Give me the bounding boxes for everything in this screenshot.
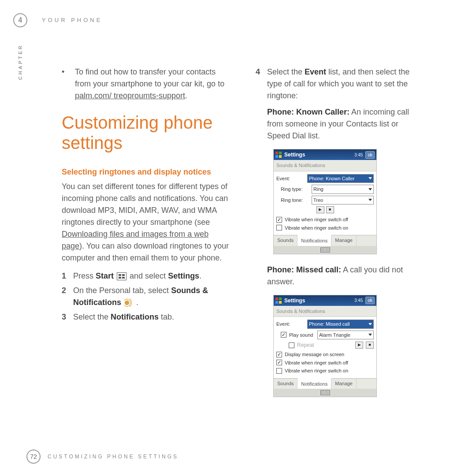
page-footer: 72 CUSTOMIZING PHONE SETTINGS: [26, 450, 178, 464]
step3-end: tab.: [159, 312, 174, 321]
event-label: Event:: [276, 320, 305, 328]
display-message-checkbox[interactable]: [276, 352, 282, 357]
repeat-checkbox[interactable]: [289, 342, 294, 348]
window-title: Settings: [284, 297, 305, 305]
step-number: 2: [62, 285, 73, 309]
status-time: 3:45: [354, 152, 363, 158]
ok-button[interactable]: ok: [365, 297, 375, 304]
step4-pre: Select the: [267, 67, 305, 76]
event-dropdown[interactable]: Phone: Missed call: [307, 320, 374, 329]
keyboard-icon[interactable]: [320, 390, 330, 395]
sounds-notifications-icon: [124, 299, 133, 307]
chapter-number-badge: 4: [13, 13, 27, 27]
play-button[interactable]: ▶: [355, 342, 363, 349]
tab-bar: Sounds Notifications Manage: [274, 235, 376, 246]
window-subtitle: Sounds & Notifications: [274, 160, 376, 171]
vibrate-off-label: Vibrate when ringer switch off: [285, 359, 348, 367]
bullet-text-pre: To find out how to transfer your contact…: [75, 67, 224, 88]
step3-notifications: Notifications: [111, 312, 159, 321]
tab-manage[interactable]: Manage: [331, 379, 357, 389]
sound-dropdown[interactable]: Alarm Triangle: [317, 331, 374, 340]
chapter-side-label: CHAPTER: [18, 44, 23, 80]
right-column: 4 Select the Event list, and then select…: [256, 66, 423, 407]
vibrate-off-checkbox[interactable]: [276, 360, 282, 365]
step-number: 4: [256, 66, 267, 102]
chevron-down-icon: [368, 177, 372, 179]
step1-end: .: [199, 271, 201, 280]
tab-bar: Sounds Notifications Manage: [274, 378, 376, 389]
window-titlebar: Settings 3:45 ok: [274, 295, 376, 306]
event-value: Phone: Known Caller: [309, 175, 354, 182]
screenshot-known-caller: Settings 3:45 ok Sounds & Notifications …: [273, 149, 377, 254]
section-heading: Customizing phone settings: [62, 112, 229, 153]
page-number-badge: 72: [26, 450, 41, 464]
ring-type-dropdown[interactable]: Ring: [312, 185, 374, 194]
numbered-steps: 1 Press Start and select Settings. 2 On …: [62, 270, 229, 323]
footer-section-label: CUSTOMIZING PHONE SETTINGS: [48, 454, 178, 460]
known-caller-desc: Phone: Known Caller: An incoming call fr…: [256, 106, 423, 142]
tab-notifications[interactable]: Notifications: [298, 378, 331, 389]
step4-event: Event: [305, 67, 326, 76]
chevron-down-icon: [368, 199, 372, 201]
intro-pre: You can set different tones for differen…: [62, 182, 228, 227]
tab-sounds[interactable]: Sounds: [274, 379, 298, 389]
step3-pre: Select the: [73, 312, 111, 321]
tab-sounds[interactable]: Sounds: [274, 235, 298, 246]
vibrate-on-label: Vibrate when ringer switch on: [285, 367, 348, 375]
windows-flag-icon: [275, 152, 282, 158]
play-sound-checkbox[interactable]: [281, 332, 286, 338]
ring-type-label: Ring type:: [281, 186, 309, 193]
step1-start: Start: [96, 271, 114, 280]
window-title: Settings: [284, 151, 305, 159]
repeat-label: Repeat: [297, 341, 314, 349]
step-number: 3: [62, 311, 73, 323]
bullet-dot: •: [62, 66, 75, 102]
vibrate-off-label: Vibrate when ringer switch off: [285, 216, 348, 223]
stop-button[interactable]: ■: [366, 342, 374, 349]
windows-flag-icon: [275, 298, 282, 304]
step1-settings: Settings: [168, 271, 199, 280]
left-column: • To find out how to transfer your conta…: [62, 66, 229, 326]
step2-end: .: [136, 298, 138, 307]
vibrate-on-checkbox[interactable]: [276, 368, 282, 374]
tab-manage[interactable]: Manage: [331, 235, 357, 246]
step1-mid: and select: [130, 271, 168, 280]
event-value: Phone: Missed call: [309, 320, 350, 328]
keyboard-icon[interactable]: [320, 247, 330, 253]
event-label: Event:: [276, 175, 305, 182]
chevron-down-icon: [368, 188, 372, 190]
bullet-item: • To find out how to transfer your conta…: [62, 66, 229, 102]
intro-paragraph: You can set different tones for differen…: [62, 181, 229, 264]
step-number: 1: [62, 270, 73, 282]
vibrate-on-label: Vibrate when ringer switch on: [285, 224, 348, 232]
stop-button[interactable]: ■: [326, 206, 334, 213]
known-caller-label: Phone: Known Caller:: [267, 108, 350, 116]
play-button[interactable]: ▶: [316, 206, 324, 213]
tab-notifications[interactable]: Notifications: [298, 235, 331, 246]
ring-type-value: Ring: [313, 186, 324, 193]
step2-pre: On the Personal tab, select: [73, 286, 171, 295]
display-message-label: Display message on screen: [285, 351, 344, 358]
vibrate-on-checkbox[interactable]: [276, 225, 282, 231]
header-section-label: YOUR PHONE: [42, 17, 102, 23]
missed-call-desc: Phone: Missed call: A call you did not a…: [256, 264, 423, 288]
chevron-down-icon: [368, 334, 372, 336]
subsection-heading: Selecting ringtones and display notices: [62, 166, 229, 178]
step1-text: Press: [73, 271, 96, 280]
bullet-text-post: .: [185, 91, 187, 100]
vibrate-off-checkbox[interactable]: [276, 217, 282, 223]
chevron-down-icon: [368, 323, 372, 325]
intro-post: ). You can also download ringtones to yo…: [62, 242, 229, 262]
ok-button[interactable]: ok: [365, 151, 375, 159]
missed-call-label: Phone: Missed call:: [267, 265, 341, 274]
sound-value: Alarm Triangle: [319, 331, 350, 339]
ring-tone-dropdown[interactable]: Treo: [312, 196, 374, 205]
status-time: 3:45: [354, 297, 363, 304]
event-dropdown[interactable]: Phone: Known Caller: [307, 174, 374, 183]
play-sound-label: Play sound: [289, 331, 315, 339]
window-titlebar: Settings 3:45 ok: [274, 149, 376, 160]
ring-tone-value: Treo: [313, 197, 323, 204]
ring-tone-label: Ring tone:: [281, 197, 309, 204]
window-subtitle: Sounds & Notifications: [274, 306, 376, 317]
support-link[interactable]: palm.com/ treoproumts-support: [75, 91, 185, 100]
